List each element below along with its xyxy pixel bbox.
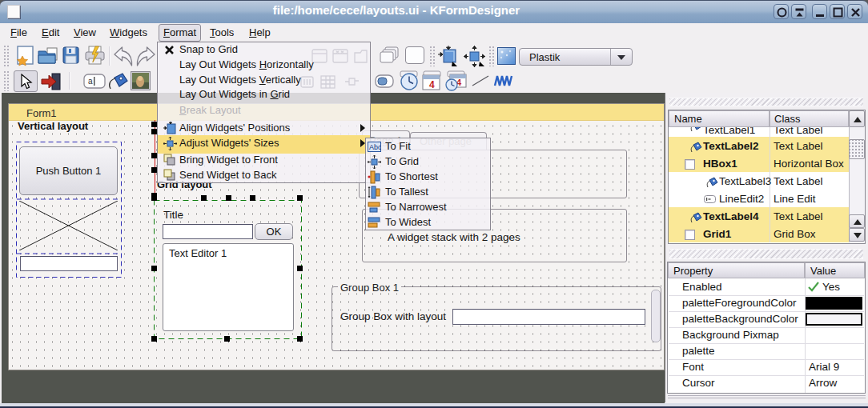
svg-text:Abc: Abc: [369, 143, 381, 151]
svg-text:a: a: [88, 77, 93, 86]
svg-text:4: 4: [429, 79, 435, 90]
